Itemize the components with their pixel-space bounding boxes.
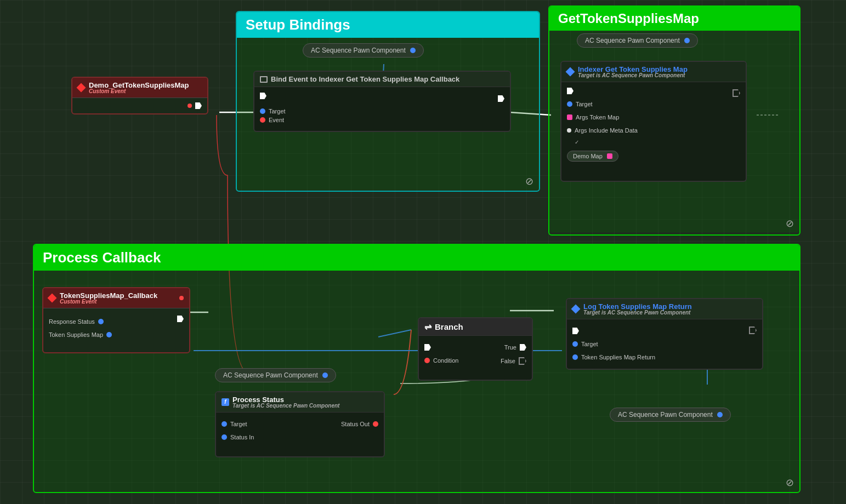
indexer-args-meta-row: Args Include Meta Data: [567, 126, 638, 135]
get-token-title: GetTokenSuppliesMap: [558, 11, 699, 26]
ps-target-pin: [222, 421, 227, 427]
ps-target-row: Target: [222, 420, 254, 428]
branch-condition-label: Condition: [433, 357, 458, 364]
setup-bindings-header: Setup Bindings: [237, 12, 539, 38]
event-pin: [260, 117, 265, 123]
log-target-row: Target: [572, 340, 655, 348]
ps-status-out-label: Status Out: [341, 421, 370, 427]
branch-icon: ⇌: [424, 322, 431, 332]
process-callback-header: Process Callback: [34, 245, 799, 271]
ac-seq-pill-2[interactable]: AC Sequence Pawn Component: [577, 33, 698, 48]
idx-args-pin: [567, 114, 572, 120]
log-exec-pin: [572, 328, 579, 334]
idx-args-label: Args Token Map: [576, 114, 619, 121]
func-icon: f: [222, 398, 229, 406]
target-pin: [260, 108, 265, 114]
indexer-header: Indexer Get Token Supplies Map Target is…: [561, 62, 746, 82]
branch-exec-pin: [424, 344, 431, 351]
token-supplies-label: Token Supplies Map: [49, 331, 103, 338]
token-callback-node[interactable]: TokenSuppliesMap_Callback Custom Event R…: [42, 287, 190, 353]
exec-out-indexer: [733, 89, 740, 97]
indexer-target-row: Target: [567, 100, 638, 108]
ps-status-out-row: Status Out: [341, 420, 378, 428]
idx-target-label: Target: [576, 101, 593, 107]
demo-map-label: Demo Map: [573, 153, 603, 159]
ac-seq-label-bottom: AC Sequence Pawn Component: [618, 411, 713, 419]
idx-meta-pin: [567, 128, 571, 133]
exec-out-demo: [195, 102, 202, 109]
branch-false-row: False: [501, 356, 526, 366]
bind-exec-in: [260, 91, 286, 100]
divider-1: ⊘: [525, 175, 533, 187]
process-callback-title: Process Callback: [43, 249, 161, 266]
ac-seq-label-2: AC Sequence Pawn Component: [585, 37, 680, 44]
exec-in-pin: [260, 93, 266, 99]
ac-seq-pill-top[interactable]: AC Sequence Pawn Component: [303, 43, 424, 58]
branch-true-label: True: [504, 344, 516, 351]
token-callback-header: TokenSuppliesMap_Callback Custom Event: [43, 288, 189, 308]
log-tsm-row: Token Supplies Map Return: [572, 353, 655, 362]
indexer-subtitle: Target is AC Sequence Pawn Component: [578, 72, 688, 78]
ac-seq-pin-process: [322, 373, 328, 378]
setup-bindings-title: Setup Bindings: [246, 16, 350, 33]
branch-true-pin: [520, 344, 526, 351]
event-label: Event: [269, 117, 284, 123]
callback-red-pin: [179, 296, 184, 300]
indexer-exec-in: [567, 87, 638, 95]
target-label: Target: [269, 108, 286, 114]
divider-3: ⊘: [786, 477, 794, 489]
diamond-icon-blue: [566, 67, 575, 77]
setup-bindings-section: Setup Bindings AC Sequence Pawn Componen…: [236, 11, 540, 192]
ac-seq-pill-process[interactable]: AC Sequence Pawn Component: [215, 368, 336, 382]
ps-status-in-row: Status In: [222, 433, 254, 442]
branch-header: ⇌ Branch: [419, 318, 532, 336]
branch-exec-in: [424, 343, 458, 352]
ps-status-in-label: Status In: [230, 434, 254, 440]
diamond-log: [571, 305, 581, 314]
process-callback-section: Process Callback TokenSuppliesMap_Callba…: [33, 244, 800, 493]
branch-false-label: False: [501, 358, 515, 364]
log-token-header: Log Token Supplies Map Return Target is …: [567, 299, 762, 319]
ac-seq-pill-bottom[interactable]: AC Sequence Pawn Component: [610, 408, 731, 422]
bind-event-row: Event: [260, 116, 286, 124]
response-status-label: Response Status: [49, 318, 95, 325]
demo-custom-event-node[interactable]: Demo_GetTokenSuppliesMap Custom Event: [71, 77, 208, 114]
ac-seq-pin-2: [684, 38, 690, 43]
ac-seq-pin-bottom: [717, 412, 723, 417]
indexer-demo-map-row: Demo Map: [567, 150, 638, 163]
branch-node[interactable]: ⇌ Branch Condition True: [418, 317, 533, 381]
branch-false-pin: [519, 357, 526, 365]
ps-status-in-pin: [222, 434, 227, 440]
diamond-callback: [48, 294, 57, 303]
get-token-section: GetTokenSuppliesMap AC Sequence Pawn Com…: [548, 5, 800, 236]
bind-exec-out: [498, 94, 504, 103]
get-token-header: GetTokenSuppliesMap: [549, 7, 799, 31]
process-status-subtitle: Target is AC Sequence Pawn Component: [232, 403, 339, 409]
idx-meta-label: Args Include Meta Data: [575, 127, 638, 134]
exec-out-callback: [177, 316, 184, 322]
log-exec-in: [572, 327, 655, 335]
idx-target-pin: [567, 101, 572, 107]
log-exec-out-pin: [749, 327, 757, 334]
branch-true-row: True: [504, 343, 526, 352]
branch-title: Branch: [435, 322, 463, 331]
ac-seq-label-process: AC Sequence Pawn Component: [223, 371, 318, 379]
log-tsm-pin: [572, 354, 578, 360]
indexer-get-token-node[interactable]: Indexer Get Token Supplies Map Target is…: [560, 61, 747, 182]
bind-event-header: Bind Event to Indexer Get Token Supplies…: [254, 72, 510, 87]
log-token-node[interactable]: Log Token Supplies Map Return Target is …: [566, 298, 763, 370]
token-supplies-pin: [106, 332, 112, 337]
bind-event-title: Bind Event to Indexer Get Token Supplies…: [271, 75, 459, 83]
exec-out-pin: [498, 95, 504, 102]
bind-target-row: Target: [260, 107, 286, 116]
branch-condition-pin: [424, 358, 430, 363]
response-pin: [98, 319, 104, 324]
process-status-node[interactable]: f Process Status Target is AC Sequence P…: [215, 391, 385, 457]
log-target-pin: [572, 341, 578, 347]
branch-condition-row: Condition: [424, 356, 458, 365]
ps-target-label: Target: [230, 421, 247, 427]
divider-2: ⊘: [786, 217, 794, 230]
demo-map-pin: [607, 153, 612, 159]
process-status-header: f Process Status Target is AC Sequence P…: [216, 392, 384, 413]
bind-event-node[interactable]: Bind Event to Indexer Get Token Supplies…: [253, 71, 511, 132]
